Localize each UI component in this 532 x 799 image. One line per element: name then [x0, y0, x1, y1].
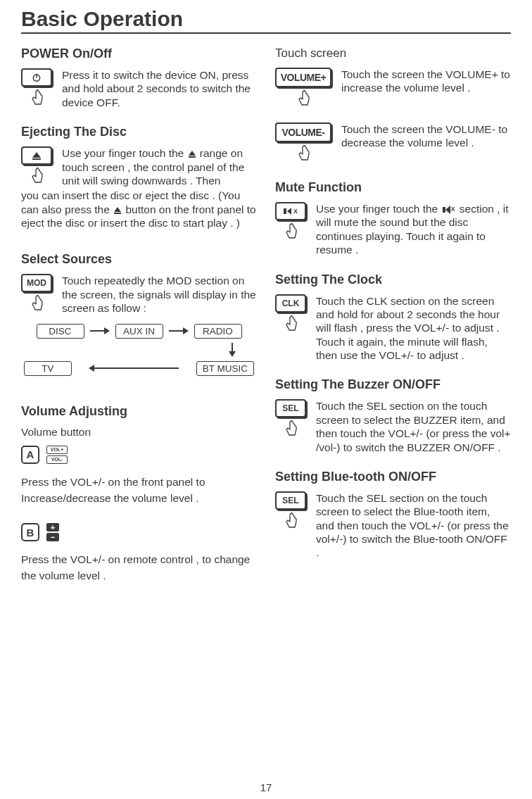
- eject-title: Ejecting The Disc: [21, 125, 257, 139]
- eject-text-lower: you can insert the disc or eject the dis…: [21, 189, 257, 229]
- badge-b: B: [21, 523, 39, 541]
- buzzer-text: Touch the SEL section on the touch scree…: [316, 399, 511, 454]
- mute-icon: X: [284, 208, 298, 215]
- flow-disc: DISC: [37, 324, 84, 339]
- clock-title: Setting The Clock: [275, 272, 511, 287]
- power-icon: [32, 73, 42, 82]
- touch-finger-icon: [28, 89, 45, 109]
- sources-section: Select Sources MOD Touch repeatedly the …: [21, 252, 257, 375]
- touch-finger-icon: [295, 90, 312, 110]
- flow-radio: RADIO: [194, 324, 242, 339]
- vol-b-text: Press the VOL+/- on remote control , to …: [21, 551, 257, 584]
- source-flow-diagram: DISC AUX IN RADIO TV BT MUSIC: [21, 324, 257, 376]
- right-column: Touch screen VOLUME+ Touch the screen th…: [275, 46, 511, 600]
- sel-button-bt[interactable]: SEL: [275, 491, 306, 510]
- page-title: Basic Operation: [21, 7, 511, 34]
- flow-aux: AUX IN: [115, 324, 163, 339]
- remote-minus-button[interactable]: −: [46, 533, 59, 541]
- mute-button[interactable]: X: [275, 202, 306, 220]
- power-text: Press it to switch the device ON, press …: [62, 68, 257, 109]
- vol-plus-text: Touch the screen the VOLUME+ to increase…: [341, 68, 511, 95]
- arrow-down-icon: [229, 343, 236, 357]
- arrow-left-icon: [89, 365, 179, 372]
- clock-text: Touch the CLK section on the screen and …: [316, 294, 511, 363]
- power-section: POWER On/Off Press it to switch the devi…: [21, 46, 257, 109]
- sources-text: Touch repeatedly the MOD section on the …: [62, 274, 257, 315]
- left-column: POWER On/Off Press it to switch the devi…: [21, 46, 257, 600]
- vol-minus-mini-button[interactable]: VOL-: [46, 455, 68, 464]
- clock-section: Setting The Clock CLK Touch the CLK sect…: [275, 272, 511, 363]
- mute-section: Mute Function X Use your finger touch th…: [275, 180, 511, 257]
- flow-bt: BT MUSIC: [196, 361, 254, 376]
- volume-subtitle: Volume button: [21, 426, 257, 439]
- sources-title: Select Sources: [21, 252, 257, 267]
- touch-finger-icon: [28, 295, 45, 315]
- mute-inline-icon: X: [443, 206, 455, 214]
- mute-text: Use your finger touch the X section , it…: [316, 202, 511, 257]
- eject-inline-icon: [189, 151, 196, 158]
- remote-plus-button[interactable]: +: [46, 523, 59, 531]
- touch-title: Touch screen: [275, 46, 511, 61]
- touch-finger-icon: [295, 145, 312, 165]
- bt-text: Touch the SEL section on the touch scree…: [316, 491, 511, 560]
- eject-text-upper: Use your finger touch the range on touch…: [62, 146, 257, 187]
- volume-section: Volume Adjusting Volume button A VOL+ VO…: [21, 404, 257, 584]
- touch-finger-icon: [282, 512, 299, 532]
- buzzer-title: Setting The Buzzer ON/OFF: [275, 377, 511, 392]
- mute-title: Mute Function: [275, 180, 511, 195]
- eject-button[interactable]: [21, 146, 52, 165]
- vol-minus-text: Touch the screen the VOLUME- to decrease…: [341, 122, 511, 150]
- clk-button[interactable]: CLK: [275, 294, 306, 313]
- volume-plus-button[interactable]: VOLUME+: [275, 68, 331, 87]
- buzzer-section: Setting The Buzzer ON/OFF SEL Touch the …: [275, 377, 511, 454]
- touch-section: Touch screen VOLUME+ Touch the screen th…: [275, 46, 511, 165]
- power-title: POWER On/Off: [21, 46, 257, 61]
- touch-finger-icon: [282, 315, 299, 335]
- badge-a: A: [21, 446, 39, 464]
- vol-plus-mini-button[interactable]: VOL+: [46, 446, 68, 454]
- power-button[interactable]: [21, 68, 52, 87]
- mod-button[interactable]: MOD: [21, 274, 52, 292]
- arrow-right-icon: [169, 327, 189, 334]
- touch-finger-icon: [282, 223, 299, 243]
- touch-finger-icon: [282, 420, 299, 440]
- bt-title: Setting Blue-tooth ON/OFF: [275, 470, 511, 484]
- flow-tv: TV: [24, 361, 72, 376]
- volume-title: Volume Adjusting: [21, 404, 257, 419]
- page-number: 17: [260, 781, 272, 793]
- eject-section: Ejecting The Disc Use your finger touch …: [21, 125, 257, 229]
- eject-inline-icon: [114, 207, 121, 214]
- bt-section: Setting Blue-tooth ON/OFF SEL Touch the …: [275, 470, 511, 560]
- arrow-right-icon: [90, 327, 110, 334]
- touch-finger-icon: [28, 168, 45, 187]
- vol-a-text: Press the VOL+/- on the front panel to I…: [21, 474, 257, 507]
- volume-minus-button[interactable]: VOLUME-: [275, 122, 331, 142]
- sel-button-buzzer[interactable]: SEL: [275, 399, 306, 417]
- eject-icon: [32, 152, 41, 160]
